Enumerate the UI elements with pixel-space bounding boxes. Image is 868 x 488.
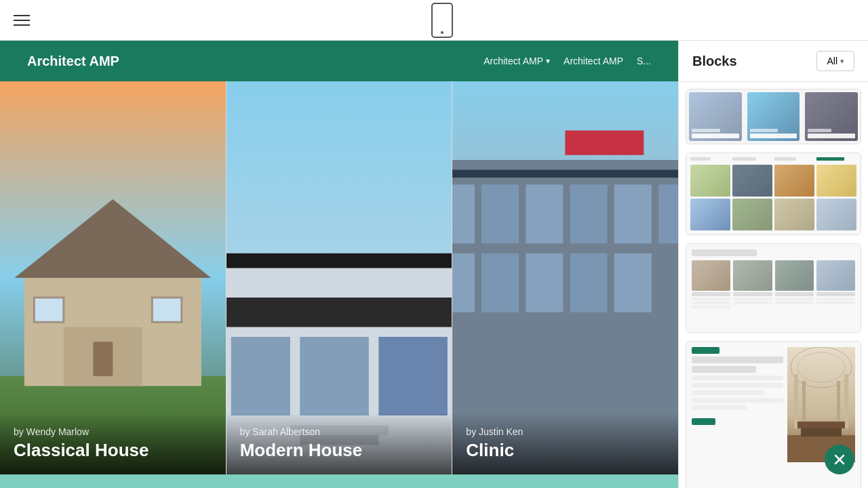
card-2-title: Modern House [240,440,439,461]
thumb-feat-text-sm-6 [775,298,814,300]
all-filter-button[interactable]: All [816,51,854,71]
cards-grid: by Wendy Marlow Classical House [0,81,678,474]
site-logo: Architect AMP [27,54,119,69]
thumb-blog-row [690,157,856,230]
main-area: Architect AMP Architect AMP Architect AM… [0,41,868,488]
svg-rect-31 [566,131,644,155]
card-classical-house[interactable]: by Wendy Marlow Classical House [0,81,226,474]
thumb-feat-text-sm-1 [692,298,730,300]
thumb-feat-text-sm-8 [816,298,855,300]
panel-scroll[interactable]: Team [679,82,868,488]
thumb-feat-img-2 [733,260,772,291]
svg-rect-29 [570,253,608,312]
svg-rect-37 [802,381,806,428]
thumb-blog-img-4 [774,165,814,197]
thumb-feat-text-sm-9 [816,302,855,304]
site-footer-strip [0,474,678,488]
thumb-blog-col-1 [690,157,730,230]
thumb-edit-body-4 [692,398,783,403]
svg-rect-28 [526,253,564,312]
preview-area: Architect AMP Architect AMP Architect AM… [0,41,678,488]
card-1-author: by Wendy Marlow [14,426,212,437]
svg-rect-5 [93,342,113,376]
nav-item-1[interactable]: Architect AMP [484,56,550,66]
svg-rect-22 [526,184,564,243]
thumb-feat-4 [816,260,855,308]
svg-rect-12 [300,337,369,415]
thumb-blog-img-8 [816,199,856,230]
cards-section: by Wendy Marlow Classical House [0,81,678,474]
nav-item-3[interactable]: S... [637,56,651,66]
thumb-feat-img-4 [816,260,855,291]
nav-item-2[interactable]: Architect AMP [564,56,623,66]
block-thumb-blog-categories[interactable] [686,152,861,235]
thumb-feat-1 [692,260,730,308]
card-1-overlay: by Wendy Marlow Classical House [0,413,226,474]
thumb-edit-img [787,347,855,462]
svg-rect-13 [378,337,448,415]
svg-rect-7 [152,298,182,322]
thumb-features-grid [686,244,861,332]
thumb-feat-text-sm-2 [692,302,730,304]
thumb-feat-img-3 [775,260,814,291]
thumb-edit-body-2 [692,383,783,388]
close-panel-button[interactable] [825,445,854,474]
thumb-edit-title-2 [692,366,756,373]
editorial-illustration [787,347,855,462]
thumb-strip-3 [805,92,858,141]
thumb-strip-hero [686,89,861,144]
thumb-feat-text-sm-5 [733,302,772,304]
thumb-feat-text-sm-4 [733,298,772,300]
card-3-title: Clinic [466,440,665,461]
block-thumb-features[interactable] [686,243,861,333]
thumb-blog-col-4 [816,157,856,230]
thumb-features-header [692,249,757,256]
toolbar-left [14,15,30,26]
thumb-feat-text-sm-7 [775,302,814,304]
svg-rect-25 [658,184,678,243]
svg-rect-6 [34,298,64,322]
thumb-feat-2 [733,260,772,308]
svg-rect-23 [570,184,608,243]
svg-rect-10 [226,298,452,327]
site-nav: Architect AMP Architect AMP S... [484,56,651,66]
svg-rect-40 [801,428,842,436]
toolbar [0,0,868,41]
card-clinic[interactable]: by Justin Ken Clinic [452,81,678,474]
card-3-author: by Justin Ken [466,426,665,437]
thumb-blog-categories [686,153,861,235]
svg-rect-20 [452,184,475,243]
thumb-feat-text-sm-3 [692,306,730,308]
thumb-edit-label [692,347,719,354]
thumb-edit-button [692,418,715,425]
hamburger-icon[interactable] [14,15,30,26]
thumb-edit-body-3 [692,390,765,395]
svg-rect-41 [797,422,845,428]
svg-rect-11 [231,337,290,415]
svg-rect-14 [226,253,452,268]
svg-rect-26 [452,253,475,312]
thumb-blog-col-2 [732,157,772,230]
thumb-feat-text-2 [733,292,772,296]
thumb-feat-text-1 [692,292,730,296]
thumb-edit-body-1 [692,375,783,380]
thumb-blog-img-3 [732,165,772,197]
site-header: Architect AMP Architect AMP Architect AM… [0,41,678,81]
svg-rect-21 [481,184,519,243]
card-modern-house[interactable]: by Sarah Albertson Modern House [226,81,453,474]
svg-rect-38 [837,381,840,428]
thumb-edit-title-1 [692,357,783,363]
thumb-blog-img-5 [732,199,772,230]
card-2-overlay: by Sarah Albertson Modern House [226,413,452,474]
svg-rect-24 [614,184,652,243]
thumb-feat-text-4 [816,292,855,296]
thumb-features-items [692,260,855,308]
close-icon [834,454,845,465]
thumb-blog-col-3 [774,157,814,230]
svg-rect-27 [481,253,519,312]
block-thumb-hero[interactable] [686,89,861,144]
thumb-strip-1 [689,92,742,141]
card-3-overlay: by Justin Ken Clinic [452,413,678,474]
mobile-preview-icon[interactable] [431,3,453,38]
panel-header: Blocks All [679,41,868,82]
